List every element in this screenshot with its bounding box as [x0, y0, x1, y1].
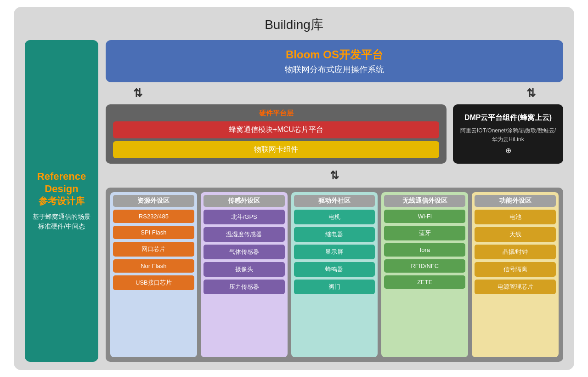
dmp-plus: ⊕: [505, 146, 511, 155]
bottom-grid-wrapper: 资源外设区RS232/485SPI Flash网口芯片Nor FlashUSB接…: [106, 188, 563, 362]
col-item-wireless-2: Iora: [384, 243, 465, 257]
grid-col-resource: 资源外设区RS232/485SPI Flash网口芯片Nor FlashUSB接…: [110, 192, 197, 357]
grid-col-driver: 驱动外社区电机继电器显示屏蜂鸣器阀门: [291, 192, 378, 357]
left-sidebar: Reference Design 参考设计库 基于蜂窝通信的场景标准硬件/中间态: [25, 40, 98, 362]
col-item-wireless-3: RFID/NFC: [384, 259, 465, 273]
col-header-resource: 资源外设区: [113, 195, 194, 207]
grid-col-function: 功能外设区电池天线晶振/时钟信号隔离电源管理芯片: [472, 192, 559, 357]
grid-col-sensor: 传感外设区北斗/GPS温湿度传感器气体传感器摄像头压力传感器: [201, 192, 288, 357]
hw-row1: 蜂窝通信模块+MCU芯片平台: [113, 121, 439, 138]
ref-title-line1: Reference: [37, 171, 86, 183]
col-item-wireless-0: Wi-Fi: [384, 210, 465, 223]
col-item-sensor-4: 压力传感器: [204, 280, 285, 294]
col-item-resource-2: 网口芯片: [113, 242, 194, 257]
grid-col-wireless: 无线通信外设区Wi-Fi蓝牙IoraRFID/NFCZETE: [381, 192, 468, 357]
ref-desc: 基于蜂窝通信的场景标准硬件/中间态: [30, 212, 93, 231]
col-item-function-4: 电源管理芯片: [475, 280, 556, 294]
col-item-resource-1: SPI Flash: [113, 226, 194, 239]
hardware-block: 硬件平台层 蜂窝通信模块+MCU芯片平台 物联网卡组件: [106, 104, 447, 164]
col-header-sensor: 传感外设区: [204, 195, 285, 207]
right-content: Bloom OS开发平台 物联网分布式应用操作系统 ⇅ ⇅ 硬件平台层 蜂窝通信…: [106, 40, 563, 362]
col-item-function-2: 晶振/时钟: [475, 245, 556, 259]
middle-row: 硬件平台层 蜂窝通信模块+MCU芯片平台 物联网卡组件 DMP云平台组件(蜂窝上…: [106, 104, 563, 164]
col-item-driver-1: 继电器: [294, 227, 375, 242]
col-item-driver-2: 显示屏: [294, 245, 375, 259]
bottom-grid: 资源外设区RS232/485SPI Flash网口芯片Nor FlashUSB接…: [110, 192, 559, 357]
col-item-driver-3: 蜂鸣器: [294, 262, 375, 277]
col-item-wireless-1: 蓝牙: [384, 226, 465, 240]
bloom-os-block: Bloom OS开发平台 物联网分布式应用操作系统: [106, 40, 563, 82]
bloom-os-title: Bloom OS开发平台: [115, 47, 554, 62]
ref-subtitle: 参考设计库: [39, 195, 85, 207]
hw-title: 硬件平台层: [113, 109, 439, 118]
building-title: Building库: [25, 16, 563, 34]
dmp-desc: 阿里云IOT/Onenet/涂鸦/易微联/数蛙云/华为云HiLink: [458, 126, 558, 144]
col-item-sensor-1: 温湿度传感器: [204, 227, 285, 242]
col-item-resource-3: Nor Flash: [113, 259, 194, 273]
arrow-down-right: ⇅: [526, 87, 536, 100]
col-item-function-0: 电池: [475, 210, 556, 224]
col-item-function-1: 天线: [475, 227, 556, 242]
arrows-row-1: ⇅ ⇅: [106, 87, 563, 100]
col-header-driver: 驱动外社区: [294, 195, 375, 207]
col-item-driver-0: 电机: [294, 210, 375, 224]
col-item-resource-0: RS232/485: [113, 210, 194, 223]
col-item-sensor-2: 气体传感器: [204, 245, 285, 259]
bloom-os-subtitle: 物联网分布式应用操作系统: [115, 64, 554, 75]
dmp-block: DMP云平台组件(蜂窝上云) 阿里云IOT/Onenet/涂鸦/易微联/数蛙云/…: [453, 104, 563, 164]
col-header-function: 功能外设区: [475, 195, 556, 207]
arrow-down-left: ⇅: [133, 87, 142, 100]
hw-row2: 物联网卡组件: [113, 141, 439, 158]
col-item-driver-4: 阀门: [294, 280, 375, 294]
col-header-wireless: 无线通信外设区: [384, 195, 465, 207]
col-item-resource-4: USB接口芯片: [113, 275, 194, 290]
ref-title-line2: Design: [45, 183, 78, 195]
col-item-sensor-3: 摄像头: [204, 262, 285, 277]
col-item-sensor-0: 北斗/GPS: [204, 210, 285, 224]
main-layout: Reference Design 参考设计库 基于蜂窝通信的场景标准硬件/中间态…: [25, 40, 563, 362]
col-item-wireless-4: ZETE: [384, 275, 465, 289]
dmp-title: DMP云平台组件(蜂窝上云): [464, 113, 552, 123]
arrow-row-2: ⇅: [106, 169, 563, 182]
col-item-function-3: 信号隔离: [475, 262, 556, 277]
outer-container: Building库 Reference Design 参考设计库 基于蜂窝通信的…: [14, 7, 574, 370]
